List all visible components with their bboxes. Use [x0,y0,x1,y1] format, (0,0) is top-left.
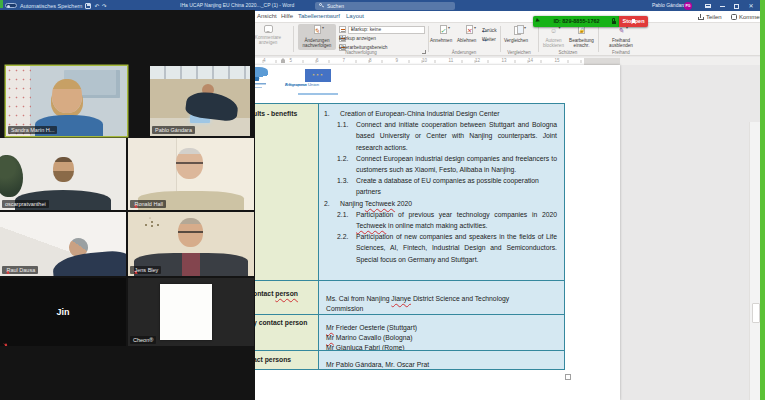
text-run: Marino Cavallo (Bologna) [334,334,413,341]
ruler-number: 13 [502,58,507,63]
account-name[interactable]: Pablo Gándara [652,2,686,8]
list-text: Connect and initiate cooperation between… [356,119,557,153]
group-compare: Vergleichen▾ Vergleichen [502,23,536,56]
ruler-number: 12 [475,58,480,63]
undo-icon[interactable]: ↶ [94,3,99,9]
text-run: 2020 [395,200,412,207]
list-item: 2.1.Participation of previous year techn… [324,209,557,231]
show-markup-button[interactable]: Markup anzeigen▾ [339,34,425,43]
participant-nametag: Raul Dausa [2,266,38,274]
row-value-cell[interactable]: Ms. Cai from Nanjing Jianye District Sci… [319,281,564,314]
participant-nametag: Cheon® [130,336,156,344]
row-label-cell[interactable]: ults - benefits [247,104,319,280]
meeting-id: ID: 829-8855-1762 [544,18,609,24]
markup-select[interactable]: Markup: keine▾ [339,25,425,34]
track-changes-button[interactable]: ✎ Änderungen nachverfolgen▾ [298,24,336,50]
accept-icon: ✓ [438,25,448,36]
list-number: 1.2. [337,153,356,175]
hide-ink-icon: ✎ [616,25,626,36]
text-line: Mr Gianluca Fabri (Rome) [326,343,557,350]
hide-ink-button[interactable]: ✎ Freihand ausblenden▾ [604,24,638,50]
restore-icon[interactable] [732,3,742,9]
search-input[interactable]: Suchen [315,2,455,10]
participant-tile[interactable]: Cheon® [128,278,254,346]
list-item: 1.Creation of European-China Industrial … [324,108,557,119]
tab-tabellenentwurf[interactable]: Tabellenentwurf [298,13,340,19]
participant-name: Jin [0,278,126,346]
stop-share-button[interactable]: Stoppen [619,16,648,27]
cell-lines: Mr Pablo Gándara, Mr. Oscar Prat [319,356,564,370]
accept-button[interactable]: ✓ Annehmen▾ [430,24,456,50]
text-line: Commission [326,304,557,314]
text-run: Create a database of EU companies as pos… [356,177,539,195]
participant-video-art [178,218,203,247]
text-line: Ms. Cai from Nanjing Jianye District Sci… [326,294,557,304]
participant-tile[interactable]: Jens Bley [128,212,254,276]
tab-layout[interactable]: Layout [346,13,364,19]
participant-tile[interactable]: Sandra Marín H... [6,66,127,136]
ruler-number: 14 [528,58,533,63]
table-resize-handle[interactable] [565,374,571,380]
table-row: ontact personMs. Cai from Nanjing Jianye… [247,280,564,314]
scrollbar-thumb[interactable] [752,303,760,323]
ruler-number: 7 [343,58,346,63]
reject-button[interactable]: ✕ Ablehnen▾ [457,24,481,50]
cell-lines: Ms. Cai from Nanjing Jianye District Sci… [319,290,564,314]
compare-button[interactable]: Vergleichen▾ [504,24,534,50]
participant-name: Sandra Marín H... [11,127,54,133]
text-run: Connect European industrial design compa… [356,155,557,173]
text-run: act persons [253,356,291,363]
minimize-icon[interactable] [718,3,728,9]
meeting-id-banner[interactable]: ID: 829-8855-1762 [533,16,619,27]
participant-video-art [52,79,82,113]
list-text: Creation of European-China Industrial De… [340,108,557,119]
participant-tile[interactable]: Pablo Gándara [150,66,250,136]
text-run: Frieder Oesterle (Stuttgart) [334,324,417,331]
avatar[interactable]: PG [684,2,692,10]
tab-ansicht[interactable]: Ansicht [257,13,277,19]
autosave-toggle[interactable] [5,3,17,8]
close-icon[interactable]: ✕ [746,3,756,9]
participant-tile[interactable]: Ronald Hall [128,138,254,210]
text-run: y contact person [253,319,307,326]
group-protect: ☺ Autoren blockieren▾ 🔒 Bearbeitung eins… [540,23,596,56]
participant-video-art [52,250,126,276]
list-number: 1.3. [337,175,356,197]
spellcheck-flagged-word: Mr [326,361,334,368]
redo-icon[interactable]: ↷ [102,3,107,9]
text-run: Participation of new companies and speak… [356,233,557,262]
row-value-cell[interactable]: Mr Frieder Oesterle (Stuttgart)Mr Marino… [319,315,564,350]
participant-nametag: oscarpratvanthei [2,200,49,208]
list-number: 1. [324,108,340,119]
text-line: Mr Marino Cavallo (Bologna) [326,333,557,343]
participant-video-art [176,148,203,179]
text-line: Mr Frieder Oesterle (Stuttgart) [326,323,557,333]
participant-tile[interactable]: Raul Dausa [0,212,126,276]
screen: Automatisches Speichern ↶ ↷ IHa UCAP Nan… [0,0,765,400]
row-label-cell[interactable]: act persons [247,351,319,369]
ruler-number: 15 [555,58,560,63]
ribbon-options-icon[interactable] [703,3,713,9]
row-value-cell[interactable]: Mr Pablo Gándara, Mr. Oscar Prat [319,351,564,369]
dialog-launcher-icon[interactable] [422,50,426,54]
share-button[interactable]: Teilen [698,13,722,22]
block-authors-button[interactable]: ☺ Autoren blockieren▾ [540,24,567,50]
document-page[interactable]: ✶✶✶ A European Union Programme ults - be… [238,65,620,400]
list-text: Connect European industrial design compa… [356,153,557,175]
row-label-cell[interactable]: y contact person [247,315,319,350]
search-placeholder: Suchen [327,3,344,9]
participant-tile[interactable]: Jin [0,278,126,346]
save-icon[interactable] [85,3,91,9]
row-label-cell[interactable]: ontact person [247,281,319,314]
participant-tile[interactable]: oscarpratvanthei [0,138,126,210]
document-table[interactable]: ults - benefits1.Creation of European-Ch… [246,103,565,370]
text-run: Ms. Cai from Nanjing [326,295,391,302]
tab-hilfe[interactable]: Hilfe [281,13,293,19]
ruler-number: 8 [369,58,372,63]
comment-bubble-icon [731,14,737,20]
comment-icon [264,25,273,33]
participant-name: Jens Bley [135,267,159,273]
spellcheck-flagged-word: Techweek [365,200,395,207]
restrict-editing-button[interactable]: 🔒 Bearbeitung einschr. [568,24,595,50]
row-value-cell[interactable]: 1.Creation of European-China Industrial … [319,104,564,280]
